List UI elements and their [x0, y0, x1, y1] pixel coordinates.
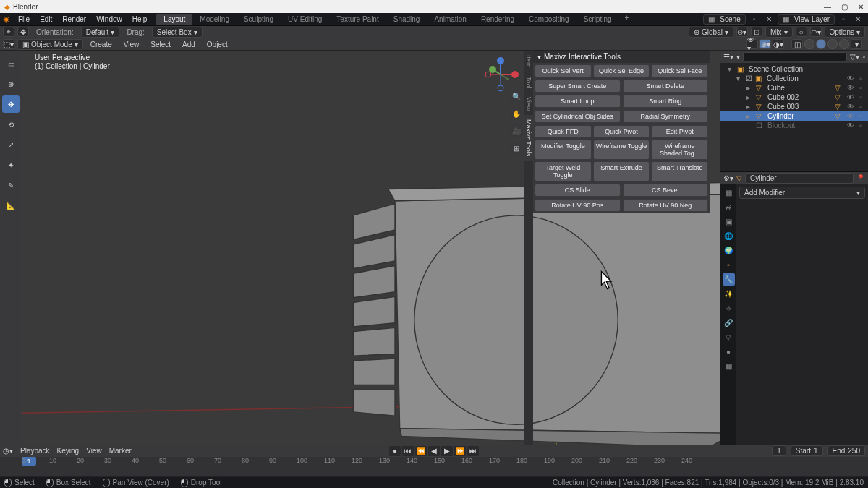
blender-icon[interactable]: ◉	[0, 14, 13, 24]
mode-dropdown[interactable]: ▣ Object Mode ▾	[17, 39, 83, 50]
scene-new-icon[interactable]: ▫	[749, 15, 760, 23]
outliner-row-scene[interactable]: ▾▣Scene Collection	[720, 64, 868, 74]
menu-create[interactable]: Create	[86, 40, 116, 48]
ptab-texture[interactable]: ▦	[723, 360, 735, 372]
add-workspace-icon[interactable]: +	[619, 14, 635, 25]
move-tool[interactable]: ✥	[2, 95, 20, 113]
frame-start-field[interactable]: Start 1	[791, 445, 823, 456]
viewlayer-delete-icon[interactable]: ✕	[852, 15, 864, 23]
shading-solid-icon[interactable]	[816, 39, 826, 49]
btn-wireframe-toggle[interactable]: Wireframe Toggle	[593, 140, 650, 160]
ptab-render[interactable]: ▦	[723, 187, 735, 199]
timeline-ruler[interactable]: 1 01020304050607080901001101201301401501…	[0, 457, 868, 476]
scale-tool[interactable]: ⤢	[2, 136, 20, 153]
visibility-dropdown-icon[interactable]: 👁▾	[746, 39, 758, 49]
tl-menu-keying[interactable]: Keying	[57, 447, 80, 455]
ptab-modifier[interactable]: 🔧	[723, 273, 735, 286]
btn-modifier-toggle[interactable]: Modifier Toggle	[535, 140, 592, 160]
shading-options-icon[interactable]: ▾	[851, 39, 862, 49]
tab-rendering[interactable]: Rendering	[474, 14, 522, 25]
menu-select[interactable]: Select	[146, 40, 175, 48]
transform-tool[interactable]: ✦	[2, 156, 20, 174]
npanel-title[interactable]: ▾Maxivz Interactive Tools	[533, 51, 710, 63]
btn-set-cyl-sides[interactable]: Set Cylindrical Obj Sides	[535, 110, 621, 123]
annotate-tool[interactable]: ✎	[2, 176, 20, 194]
timeline-editor-icon[interactable]: ◷▾	[3, 447, 13, 455]
btn-smart-ring[interactable]: Smart Ring	[623, 95, 709, 108]
viewport-3d[interactable]: User Perspective (1) Collection | Cylind…	[22, 51, 720, 445]
viewlayer-new-icon[interactable]: ▫	[838, 15, 849, 23]
scene-selector[interactable]: ▦ Scene	[703, 14, 745, 25]
select-box-tool[interactable]: ▭	[2, 55, 20, 72]
btn-smart-delete[interactable]: Smart Delete	[623, 80, 709, 93]
gizmo-toggle-icon[interactable]: ⊕▾	[760, 39, 771, 49]
options-dropdown[interactable]: Options ▾	[825, 27, 865, 38]
axis-gizmo[interactable]	[482, 56, 519, 94]
properties-context[interactable]: Cylinder	[745, 173, 854, 184]
vtab-item[interactable]: Item	[524, 51, 533, 72]
outliner-editor-icon[interactable]: ☰▾	[723, 53, 733, 61]
tab-compositing[interactable]: Compositing	[522, 14, 576, 25]
btn-rotate-uv-neg[interactable]: Rotate UV 90 Neg	[623, 199, 709, 212]
menu-render[interactable]: Render	[57, 15, 91, 23]
ptab-particles[interactable]: ✨	[723, 288, 735, 300]
menu-add[interactable]: Add	[178, 40, 200, 48]
tab-modeling[interactable]: Modeling	[192, 14, 237, 25]
rotate-tool[interactable]: ⟲	[2, 116, 20, 133]
pan-icon[interactable]: ✋	[510, 107, 523, 120]
minimize-icon[interactable]: —	[824, 3, 831, 11]
menu-help[interactable]: Help	[127, 15, 153, 23]
proportional-falloff-icon[interactable]: ◠▾	[810, 27, 822, 37]
ptab-constraints[interactable]: 🔗	[723, 317, 735, 329]
btn-edit-pivot[interactable]: Edit Pivot	[651, 125, 708, 138]
outliner-item-cylinder[interactable]: ▸▽Cylinder▽👁▫	[720, 111, 868, 121]
outliner-filter-icon[interactable]: ▽▾	[850, 53, 859, 61]
btn-super-smart-create[interactable]: Super Smart Create	[535, 80, 621, 93]
scene-delete-icon[interactable]: ✕	[763, 15, 775, 23]
ptab-mesh[interactable]: ▽	[723, 331, 735, 343]
ptab-output[interactable]: 🖨	[723, 201, 735, 213]
btn-quick-pivot[interactable]: Quick Pivot	[593, 125, 650, 138]
scene-browse-icon[interactable]: ▦	[704, 15, 715, 23]
outliner-row-collection[interactable]: ▾☑▣Collection👁▫	[720, 74, 868, 83]
drag-dropdown[interactable]: Select Box▾	[152, 27, 203, 38]
outliner-search-input[interactable]	[743, 52, 847, 61]
xray-toggle-icon[interactable]: ◫	[791, 39, 803, 49]
shading-lookdev-icon[interactable]	[827, 39, 838, 49]
btn-cs-slide[interactable]: CS Slide	[535, 184, 621, 197]
menu-object[interactable]: Object	[203, 40, 232, 48]
pin-icon[interactable]: 📍	[856, 174, 865, 182]
ptab-object[interactable]: ▫	[723, 259, 735, 271]
snap-toggle-icon[interactable]: ⊡	[751, 27, 762, 37]
autokey-toggle-icon[interactable]: ●	[389, 446, 401, 456]
btn-rotate-uv-pos[interactable]: Rotate UV 90 Pos	[535, 199, 621, 212]
vtab-maxivz[interactable]: Maxivz Tools	[524, 115, 533, 160]
tab-texture-paint[interactable]: Texture Paint	[329, 14, 386, 25]
viewlayer-selector[interactable]: ▦ View Layer	[778, 14, 835, 25]
ptab-material[interactable]: ●	[723, 346, 735, 358]
btn-radial-symmetry[interactable]: Radial Symmetry	[623, 110, 709, 123]
btn-quick-ffd[interactable]: Quick FFD	[535, 125, 592, 138]
frame-end-field[interactable]: End 250	[827, 445, 865, 456]
btn-smart-loop[interactable]: Smart Loop	[535, 95, 621, 108]
tab-animation[interactable]: Animation	[427, 14, 473, 25]
btn-cs-bevel[interactable]: CS Bevel	[623, 184, 709, 197]
outliner-new-collection-icon[interactable]: ▫	[862, 53, 865, 61]
outliner-item-cube003[interactable]: ▸▽Cube.003▽👁▫	[720, 102, 868, 111]
btn-quick-sel-face[interactable]: Quick Sel Face	[651, 64, 708, 77]
pivot-dropdown-icon[interactable]: ⊙▾	[736, 27, 748, 37]
zoom-icon[interactable]: 🔍	[510, 90, 523, 103]
orientation-dropdown[interactable]: Default▾	[81, 27, 120, 38]
close-icon[interactable]: ✕	[858, 3, 864, 11]
viewlayer-browse-icon[interactable]: ▦	[778, 15, 790, 23]
btn-target-weld-toggle[interactable]: Target Weld Toggle	[535, 161, 592, 181]
camera-view-icon[interactable]: 🎥	[510, 124, 523, 137]
perspective-toggle-icon[interactable]: ⊞	[510, 142, 523, 155]
btn-smart-translate[interactable]: Smart Translate	[651, 161, 708, 181]
play-reverse-icon[interactable]: ◀	[428, 446, 440, 456]
btn-smart-extrude[interactable]: Smart Extrude	[593, 161, 650, 181]
cursor-tool-dropdown-icon[interactable]: ⌖	[3, 27, 14, 37]
add-modifier-dropdown[interactable]: Add Modifier▾	[739, 187, 865, 199]
btn-wireframe-shaded-toggle[interactable]: Wireframe Shaded Tog...	[651, 140, 708, 160]
vtab-tool[interactable]: Tool	[524, 72, 533, 93]
